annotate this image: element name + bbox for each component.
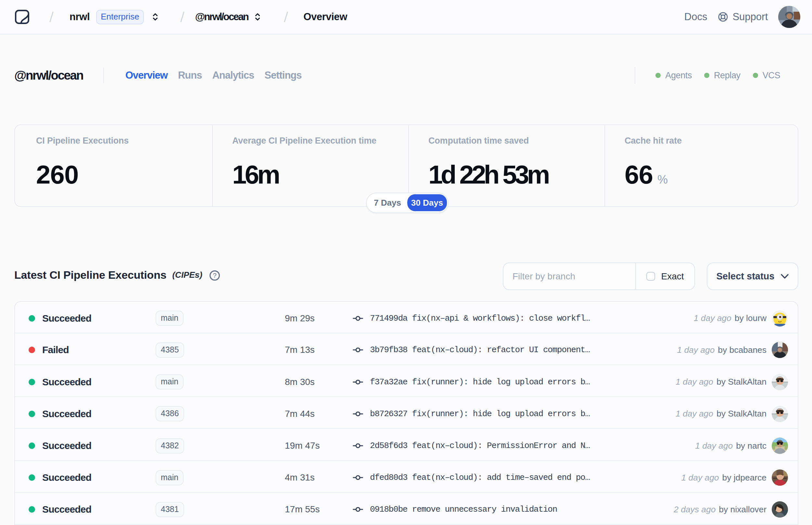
svg-text:?: ?	[213, 272, 216, 279]
